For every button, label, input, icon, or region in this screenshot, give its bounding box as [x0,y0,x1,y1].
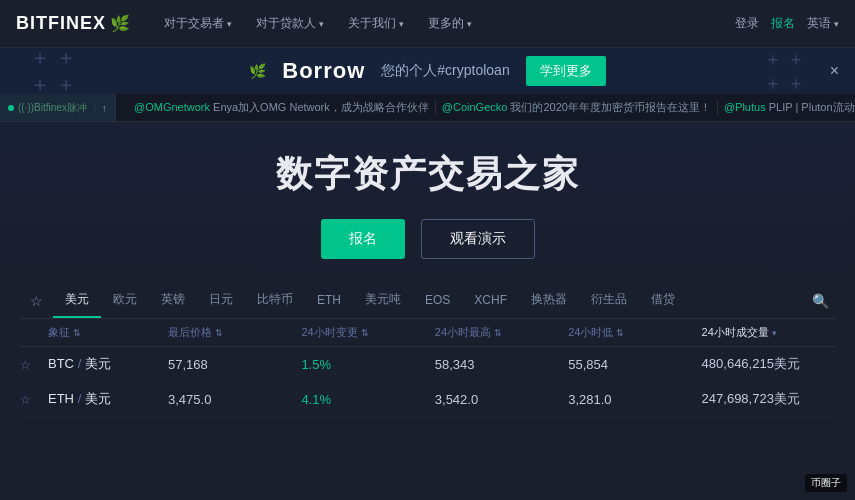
chevron-down-icon: ▾ [399,19,404,29]
table-header: 象征 ⇅ 最后价格 ⇅ 24小时变更 ⇅ 24小时最高 ⇅ 24小时低 ⇅ 24… [20,319,835,347]
nav-right: 登录 报名 英语 ▾ [735,15,839,32]
sort-icon: ⇅ [215,328,223,338]
market-tabs: ☆ 美元 欧元 英镑 日元 比特币 ETH 美元吨 EOS XCHF 换热器 [20,283,835,319]
language-selector[interactable]: 英语 ▾ [807,15,839,32]
nav-item-about[interactable]: 关于我们 ▾ [338,9,414,38]
nav-item-more[interactable]: 更多的 ▾ [418,9,482,38]
chevron-down-icon: ▾ [227,19,232,29]
tab-xchf[interactable]: XCHF [462,285,519,317]
decoration-plus-icon: ＋ ＋＋ ＋ [30,44,76,98]
list-item: @CoinGecko 我们的2020年年度加密货币报告在这里！ [436,100,718,115]
nav-item-lenders[interactable]: 对于贷款人 ▾ [246,9,334,38]
logo[interactable]: BITFINEX 🌿 [16,13,130,34]
hero-buttons: 报名 观看演示 [321,219,535,259]
hero-section: 数字资产交易之家 报名 观看演示 [0,122,855,283]
tab-eur[interactable]: 欧元 [101,283,149,318]
tab-derivatives[interactable]: 衍生品 [579,283,639,318]
high-cell: 3,542.0 [435,392,568,407]
market-section: ☆ 美元 欧元 英镑 日元 比特币 ETH 美元吨 EOS XCHF 换热器 [0,283,855,417]
sort-icon: ⇅ [361,328,369,338]
chevron-down-icon: ▾ [467,19,472,29]
high-cell: 58,343 [435,357,568,372]
banner-leaf-icon: 🌿 [249,63,266,79]
signup-button[interactable]: 报名 [321,219,405,259]
register-button[interactable]: 报名 [771,15,795,32]
watermark: 币圈子 [805,474,847,492]
th-last-price[interactable]: 最后价格 ⇅ [168,325,301,340]
symbol-cell[interactable]: ETH / 美元 [48,390,168,408]
hero-title: 数字资产交易之家 [276,150,580,199]
nav-links: 对于交易者 ▾ 对于贷款人 ▾ 关于我们 ▾ 更多的 ▾ [154,9,735,38]
favorite-tab-icon[interactable]: ☆ [20,285,53,317]
change-cell: 4.1% [301,392,434,407]
table-row: ☆ BTC / 美元 57,168 1.5% 58,343 55,854 480… [20,347,835,382]
table-row: ☆ ETH / 美元 3,475.0 4.1% 3,542.0 3,281.0 … [20,382,835,417]
banner-subtitle: 您的个人#cryptoloan [381,62,509,80]
ticker-pulse: ((·)) Bitfinex脉冲 | ↑ [0,94,116,121]
demo-button[interactable]: 观看演示 [421,219,535,259]
tab-btc[interactable]: 比特币 [245,283,305,318]
sort-icon: ⇅ [616,328,624,338]
list-item: @Plutus PLIP | Pluton流动 [718,100,855,115]
banner-title: Borrow [282,58,365,84]
search-icon[interactable]: 🔍 [806,285,835,317]
decoration-plus-right-icon: ＋ ＋＋ ＋ [764,47,805,95]
th-low[interactable]: 24小时低 ⇅ [568,325,701,340]
th-symbol[interactable]: 象征 ⇅ [48,325,168,340]
volume-cell: 247,698,723美元 [702,390,835,408]
chevron-down-icon: ▾ [834,19,839,29]
th-high[interactable]: 24小时最高 ⇅ [435,325,568,340]
logo-leaf-icon: 🌿 [110,14,130,33]
chevron-down-icon: ▾ [319,19,324,29]
tab-lending[interactable]: 借贷 [639,283,687,318]
tab-eos[interactable]: EOS [413,285,462,317]
ticker-items: @OMGnetwork Enya加入OMG Network，成为战略合作伙伴 @… [116,100,855,115]
pulse-dot-icon [8,105,14,111]
low-cell: 3,281.0 [568,392,701,407]
last-price-cell: 3,475.0 [168,392,301,407]
low-cell: 55,854 [568,357,701,372]
tab-eth[interactable]: ETH [305,285,353,317]
th-change[interactable]: 24小时变更 ⇅ [301,325,434,340]
nav-item-traders[interactable]: 对于交易者 ▾ [154,9,242,38]
login-button[interactable]: 登录 [735,15,759,32]
sort-icon: ▾ [772,328,777,338]
logo-text: BITFINEX [16,13,106,34]
tab-gbp[interactable]: 英镑 [149,283,197,318]
tab-jpy[interactable]: 日元 [197,283,245,318]
navbar: BITFINEX 🌿 对于交易者 ▾ 对于贷款人 ▾ 关于我们 ▾ 更多的 ▾ … [0,0,855,48]
ticker-bar: ((·)) Bitfinex脉冲 | ↑ @OMGnetwork Enya加入O… [0,94,855,122]
tab-exchange[interactable]: 换热器 [519,283,579,318]
tab-usdt[interactable]: 美元吨 [353,283,413,318]
list-item: @OMGnetwork Enya加入OMG Network，成为战略合作伙伴 [128,100,436,115]
favorite-star-icon[interactable]: ☆ [20,392,48,407]
volume-cell: 480,646,215美元 [702,355,835,373]
symbol-cell[interactable]: BTC / 美元 [48,355,168,373]
change-cell: 1.5% [301,357,434,372]
banner-cta-button[interactable]: 学到更多 [526,56,606,86]
ticker-pulse-label: ((·)) [18,102,34,113]
banner: ＋ ＋＋ ＋ 🌿 Borrow 您的个人#cryptoloan 学到更多 ＋ ＋… [0,48,855,94]
tab-usd[interactable]: 美元 [53,283,101,318]
favorite-star-icon[interactable]: ☆ [20,357,48,372]
sort-icon: ⇅ [494,328,502,338]
sort-icon: ⇅ [73,328,81,338]
last-price-cell: 57,168 [168,357,301,372]
th-volume[interactable]: 24小时成交量 ▾ [702,325,835,340]
close-icon[interactable]: × [830,62,839,80]
